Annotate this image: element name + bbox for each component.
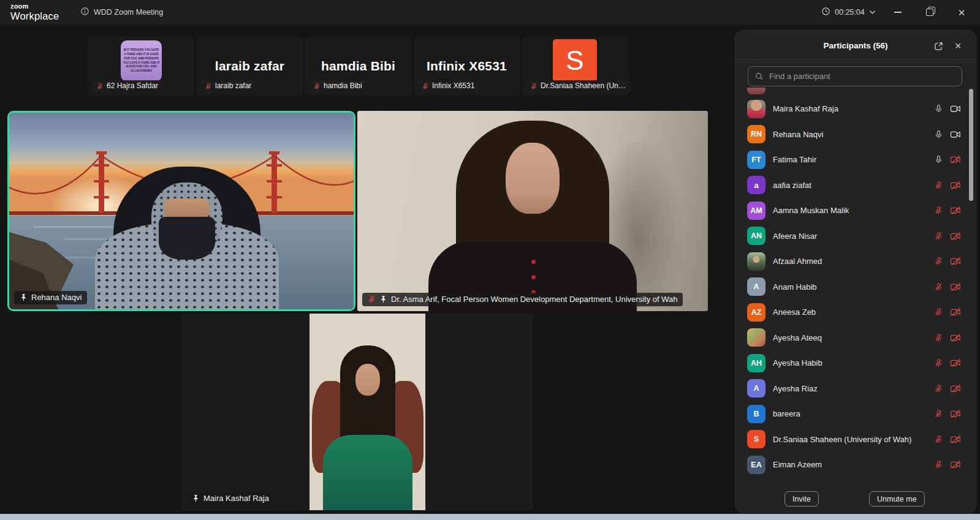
- popout-panel-button[interactable]: [932, 39, 945, 53]
- participant-status: [934, 257, 961, 266]
- video-name-label: Dr. Asma Arif, Focal Person Women Develo…: [362, 293, 683, 306]
- clock-icon: [821, 7, 830, 18]
- avatar: [747, 328, 765, 347]
- maximize-restore-button[interactable]: [916, 0, 944, 24]
- video-tile-rehana-active-speaker[interactable]: Rehana Naqvi: [7, 111, 355, 311]
- participant-row[interactable]: Maira Kashaf Raja: [735, 96, 976, 122]
- participant-name: Fatima Tahir: [773, 155, 927, 164]
- video-thumb-hamdia[interactable]: hamdia Bibi hamdia Bibi: [305, 37, 412, 96]
- avatar: B: [747, 405, 765, 423]
- titlebar: zoom Workplace WDD Zoom Meeting 00:25:04: [0, 0, 980, 24]
- close-window-button[interactable]: ✕: [948, 0, 976, 24]
- camera-off-icon: [950, 181, 961, 190]
- restore-icon: [926, 9, 933, 16]
- close-panel-button[interactable]: ✕: [951, 39, 965, 53]
- pin-icon: [379, 295, 387, 303]
- chevron-down-icon[interactable]: [869, 8, 876, 17]
- avatar: FT: [747, 151, 765, 169]
- video-thumb-infinix[interactable]: Infinix X6531 Infinix X6531: [413, 37, 520, 96]
- camera-off-icon: [950, 206, 961, 215]
- avatar: EA: [747, 456, 765, 474]
- avatar: A: [747, 379, 765, 398]
- mic-off-icon: [934, 282, 943, 292]
- participant-row[interactable]: A Anam Habib: [735, 274, 976, 300]
- avatar: AM: [747, 202, 765, 220]
- mic-off-icon: [934, 460, 943, 469]
- participant-row[interactable]: Afzaal Ahmed: [735, 249, 976, 274]
- participant-status: [934, 155, 961, 164]
- mic-off-icon: [934, 232, 943, 241]
- hajra-avatar-image: But perhaps you hate a thing and it is g…: [121, 40, 162, 81]
- participant-status: [934, 384, 961, 393]
- participant-name: Afeera Nisar: [773, 232, 927, 241]
- camera-off-icon: [950, 384, 961, 393]
- participant-row[interactable]: AH Ayesha Habib: [735, 350, 976, 376]
- video-thumb-hajra[interactable]: But perhaps you hate a thing and it is g…: [88, 37, 195, 96]
- participant-list: Maira Kashaf Raja RN Rehana Naqvi FT Fat…: [735, 88, 976, 478]
- video-name-label: Infinix X6531: [417, 80, 479, 92]
- video-name-label: 62 Hajra Safdar: [91, 80, 163, 92]
- participant-row[interactable]: AN Afeera Nisar: [735, 224, 976, 249]
- mic-off-icon: [934, 384, 943, 393]
- participant-status: [934, 130, 961, 139]
- participant-row[interactable]: AM Aamna Muskan Malik: [735, 198, 976, 224]
- panel-scrollbar[interactable]: [969, 89, 973, 201]
- logo-workplace: Workplace: [10, 11, 59, 21]
- saniaa-initial-avatar: S: [553, 39, 597, 82]
- meeting-title: WDD Zoom Meeting: [94, 8, 163, 17]
- video-tile-maira[interactable]: Maira Kashaf Raja: [181, 314, 533, 510]
- participant-status: [934, 206, 961, 215]
- camera-off-icon: [950, 232, 961, 241]
- unmute-me-button[interactable]: Unmute me: [869, 491, 925, 507]
- mic-off-icon: [934, 206, 943, 215]
- participant-row[interactable]: Ayesha Ateeq: [735, 325, 976, 351]
- bottom-edge-strip: [0, 514, 980, 520]
- mic-off-icon: [530, 83, 537, 90]
- logo-zoom: zoom: [10, 3, 59, 10]
- video-thumb-saniaa[interactable]: S Dr.Saniaa Shaheen (Un…: [522, 37, 629, 96]
- participant-name: bareera: [773, 409, 927, 418]
- participant-row[interactable]: AZ Aneesa Zeb: [735, 300, 976, 325]
- video-name-label: Rehana Naqvi: [14, 291, 87, 304]
- meeting-info[interactable]: WDD Zoom Meeting: [80, 0, 163, 24]
- meeting-timer[interactable]: 00:25:04: [821, 0, 876, 24]
- participant-row[interactable]: FT Fatima Tahir: [735, 147, 976, 173]
- mic-on-icon: [934, 130, 943, 139]
- avatar: [747, 252, 765, 271]
- pin-icon: [20, 293, 28, 301]
- participant-row[interactable]: RN Rehana Naqvi: [735, 122, 976, 148]
- video-thumb-laraib[interactable]: laraib zafar laraib zafar: [196, 37, 303, 96]
- golden-gate-virtual-background: [9, 113, 354, 309]
- participant-row[interactable]: B bareera: [735, 401, 976, 427]
- search-input[interactable]: [768, 71, 955, 81]
- participant-row[interactable]: A Ayesha Riaz: [735, 376, 976, 402]
- mic-off-icon: [934, 257, 943, 266]
- video-tile-asma[interactable]: Dr. Asma Arif, Focal Person Women Develo…: [357, 111, 708, 311]
- participant-status: [934, 409, 961, 418]
- participant-name: aafia ziafat: [773, 181, 927, 190]
- invite-button[interactable]: Invite: [784, 491, 819, 507]
- participant-status: [934, 460, 961, 469]
- camera-off-icon: [950, 257, 961, 266]
- avatar: RN: [747, 125, 765, 143]
- mic-off-icon: [313, 83, 321, 90]
- partially-scrolled-row: [735, 88, 976, 96]
- participant-name: Ayesha Ateeq: [773, 333, 927, 342]
- minimize-button[interactable]: [884, 0, 912, 24]
- camera-off-icon: [950, 155, 961, 164]
- pin-icon: [192, 494, 200, 502]
- video-name-label: laraib zafar: [200, 80, 256, 92]
- mic-on-icon: [934, 104, 943, 113]
- participant-row[interactable]: a aafia ziafat: [735, 173, 976, 198]
- participant-search[interactable]: [748, 66, 962, 86]
- avatar: A: [747, 277, 765, 296]
- camera-off-icon: [950, 358, 961, 367]
- mic-off-icon: [368, 295, 376, 303]
- camera-off-icon: [950, 460, 961, 469]
- participant-row[interactable]: S Dr.Saniaa Shaheen (University of Wah): [735, 427, 976, 453]
- participant-row[interactable]: EA Eiman Azeem: [735, 452, 976, 478]
- participant-status: [934, 232, 961, 241]
- panel-divider: [735, 59, 976, 60]
- participant-status: [934, 307, 961, 317]
- info-icon[interactable]: [80, 7, 89, 18]
